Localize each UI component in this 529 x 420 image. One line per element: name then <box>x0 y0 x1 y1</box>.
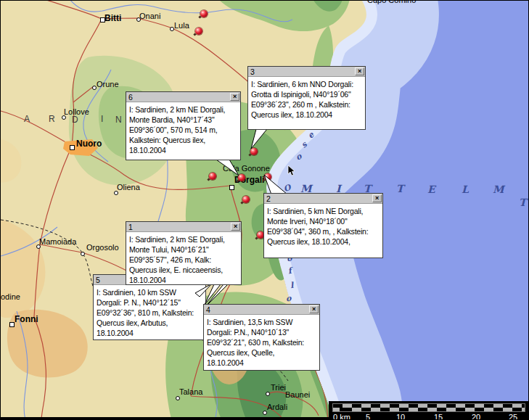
callout-text-line: Monte Bardia, N40°17´43" <box>129 115 237 125</box>
callout-text-line: I: Sardinien, 6 km NNO Dorgali: <box>251 79 362 89</box>
callout-3: 3 × I: Sardinien, 6 km NNO Dorgali:Grott… <box>247 66 366 130</box>
scale-bar: 0 km510152025 <box>329 401 529 420</box>
callout-4: 4 × I: Sardinien, 13,5 km SSWDorgali: P.… <box>203 304 320 371</box>
callout-text-line: I: Sardinien, 10 km SSW <box>97 287 202 297</box>
callout-body: I: Sardinien, 2 km NE Dorgali,Monte Bard… <box>126 102 240 157</box>
site-pin-icon[interactable] <box>238 174 245 181</box>
callout-body: I: Sardinien, 13,5 km SSWDorgali: P.N., … <box>204 315 319 370</box>
callout-header[interactable]: 1 × <box>126 222 241 232</box>
callout-6: 6 × I: Sardinien, 2 km NE Dorgali,Monte … <box>126 91 241 160</box>
callout-number: 3 <box>250 67 255 77</box>
callout-text-line: Monte Tului, N40°16´21" <box>129 244 238 255</box>
close-icon[interactable]: × <box>231 223 240 231</box>
scale-label: 5 <box>366 413 370 420</box>
callout-text-line: Kalkstein: Quercus ilex, <box>129 135 237 145</box>
callout-number: 1 <box>128 222 133 232</box>
callout-text-line: Quercus ilex, Arbutus, <box>97 318 202 328</box>
callout-text-line: E09°36´23", 260 m , Kalkstein: <box>251 99 362 110</box>
callout-text-line: Dorgali: P.N., N40°10´13" <box>207 327 316 337</box>
callout-body: I: Sardinien, 2 km SE Dorgali,Monte Tulu… <box>126 232 241 287</box>
callout-text-line: 18.10.2004 <box>97 328 202 338</box>
callout-header[interactable]: 6 × <box>126 92 240 102</box>
callout-text-line: 18.10.2004 <box>207 358 316 368</box>
callout-body: I: Sardinien, 10 km SSWDorgali: P. N., N… <box>94 285 205 340</box>
scale-bar-row-bottom <box>333 408 525 411</box>
site-pin-icon[interactable] <box>195 28 202 35</box>
callout-number: 2 <box>266 194 271 204</box>
scale-label: 15 <box>434 413 443 420</box>
callout-number: 5 <box>96 275 100 285</box>
scale-label: 10 <box>396 413 405 420</box>
scale-label: 20 <box>472 413 480 420</box>
callout-text-line: I: Sardinien, 5 km NE Dorgali, <box>267 206 380 216</box>
callout-text-line: Monte Irveri, N40°18´00" <box>267 216 380 226</box>
callout-number: 4 <box>206 305 210 315</box>
callout-text-line: E09°35´57", 426 m, Kalk: <box>129 255 238 265</box>
callout-header[interactable]: 2 × <box>264 194 382 204</box>
callout-text-line: Quercus ilex, 18.10.2004 <box>251 110 362 120</box>
scale-bar-checker <box>332 403 525 412</box>
callout-text-line: E09°38´04", 360 m, , Kalkstein: <box>267 226 380 236</box>
callout-2: 2 × I: Sardinien, 5 km NE Dorgali,Monte … <box>263 193 383 258</box>
callout-text-line: Quercus ilex, Quelle, <box>207 347 316 358</box>
close-icon[interactable]: × <box>309 305 319 313</box>
callout-text-line: I: Sardinien, 13,5 km SSW <box>207 317 316 327</box>
callout-text-line: I: Sardinien, 2 km SE Dorgali, <box>129 234 238 244</box>
callout-body: I: Sardinien, 6 km NNO Dorgali:Grotta di… <box>248 77 365 122</box>
site-pin-icon[interactable] <box>200 10 208 17</box>
callout-text-line: 18.10.2004 <box>129 275 238 285</box>
callout-header[interactable]: 4 × <box>204 305 319 315</box>
map-window: BittiOnaniLulaOruneLolloveNuoroOlienaMam… <box>0 0 529 420</box>
callout-text-line: Dorgali: P. N., N40°12´15" <box>97 297 202 308</box>
site-pin-icon[interactable] <box>250 148 258 155</box>
callout-text-line: Quercus ilex, 18.10.2004, <box>267 236 380 247</box>
close-icon[interactable]: × <box>355 67 364 75</box>
scale-label: 0 km <box>333 413 350 420</box>
close-icon[interactable]: × <box>372 194 382 202</box>
callout-number: 6 <box>128 92 133 102</box>
close-icon[interactable]: × <box>230 93 239 101</box>
callout-text-line: Grotta di Ispinigoli, N40°19´06" <box>251 89 362 99</box>
callout-body: I: Sardinien, 5 km NE Dorgali,Monte Irve… <box>264 204 382 249</box>
callout-header[interactable]: 3 × <box>248 67 365 77</box>
callout-text-line: E09°32´21", 630 m, Kalkstein: <box>207 337 316 347</box>
site-pin-icon[interactable] <box>242 196 250 203</box>
callout-text-line: E09°36´00", 570 m, 514 m, <box>129 125 237 135</box>
callout-text-line: Quercus ilex, E. niccaeensis, <box>129 265 238 275</box>
site-pin-icon[interactable] <box>264 173 271 181</box>
site-pin-icon[interactable] <box>209 173 216 180</box>
callout-1: 1 × I: Sardinien, 2 km SE Dorgali,Monte … <box>126 221 242 285</box>
callout-text-line: 18.10.2004 <box>129 145 237 155</box>
callout-text-line: E09°32´36", 810 m, Kalkstein: <box>97 308 202 318</box>
callout-text-line: I: Sardinien, 2 km NE Dorgali, <box>129 104 237 115</box>
scale-label: 25 <box>509 413 517 420</box>
